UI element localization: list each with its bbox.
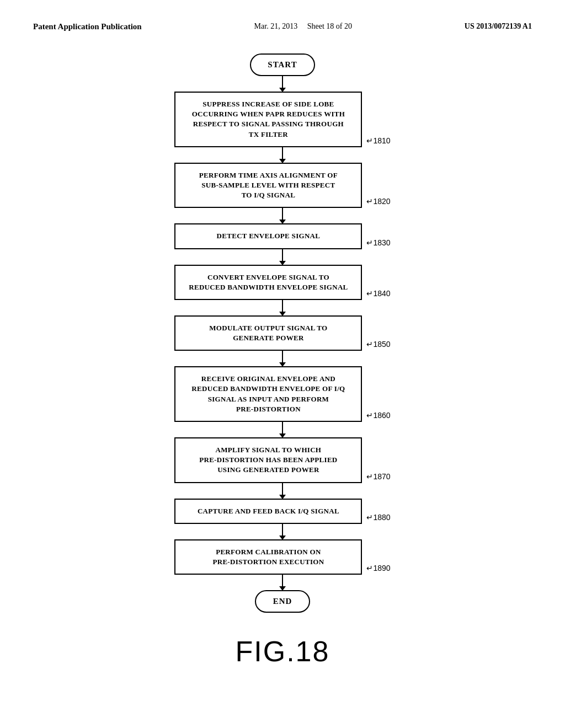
step-label-1880: ↵1880 [366, 513, 390, 522]
end-oval: END [255, 590, 310, 613]
arrow-3 [282, 249, 283, 265]
figure-caption: FIG.18 [236, 635, 330, 668]
arrow-9 [282, 575, 283, 590]
step-row-1880: CAPTURE AND FEED BACK I/Q SIGNAL ↵1880 [174, 499, 390, 524]
flow-wrapper: START SUPPRESS INCREASE OF SIDE LOBEOCCU… [174, 53, 390, 613]
publication-number: US 2013/0072139 A1 [465, 22, 532, 31]
arrow-0 [282, 76, 283, 92]
step-row-1860: RECEIVE ORIGINAL ENVELOPE ANDREDUCED BAN… [174, 366, 390, 422]
step-box-1850: MODULATE OUTPUT SIGNAL TOGENERATE POWER [174, 315, 362, 351]
step-label-1850: ↵1850 [366, 340, 390, 349]
step-label-1820: ↵1820 [366, 197, 390, 206]
arrow-7 [282, 483, 283, 499]
end-row: END [255, 590, 310, 613]
step-box-1870: AMPLIFY SIGNAL TO WHICHPRE-DISTORTION HA… [174, 437, 362, 483]
start-row: START [250, 53, 315, 76]
step-row-1850: MODULATE OUTPUT SIGNAL TOGENERATE POWER … [174, 315, 390, 351]
step-label-1860: ↵1860 [366, 411, 390, 420]
step-box-1810: SUPPRESS INCREASE OF SIDE LOBEOCCURRING … [174, 92, 362, 147]
arrow-1 [282, 147, 283, 163]
step-box-1890: PERFORM CALIBRATION ONPRE-DISTORTION EXE… [174, 539, 362, 575]
step-row-1810: SUPPRESS INCREASE OF SIDE LOBEOCCURRING … [174, 92, 390, 147]
arrow-6 [282, 422, 283, 437]
step-label-1830: ↵1830 [366, 238, 390, 247]
step-box-1880: CAPTURE AND FEED BACK I/Q SIGNAL [174, 499, 362, 524]
sheet-info: Sheet 18 of 20 [307, 22, 352, 30]
step-label-1840: ↵1840 [366, 289, 390, 298]
publication-date: Mar. 21, 2013 [254, 22, 298, 30]
step-row-1870: AMPLIFY SIGNAL TO WHICHPRE-DISTORTION HA… [174, 437, 390, 483]
start-label: START [268, 60, 297, 69]
start-oval: START [250, 53, 315, 76]
flowchart-diagram: START SUPPRESS INCREASE OF SIDE LOBEOCCU… [33, 53, 532, 668]
step-row-1820: PERFORM TIME AXIS ALIGNMENT OFSUB-SAMPLE… [174, 163, 390, 208]
publication-label: Patent Application Publication [33, 22, 142, 31]
step-box-1860: RECEIVE ORIGINAL ENVELOPE ANDREDUCED BAN… [174, 366, 362, 422]
step-label-1810: ↵1810 [366, 136, 390, 145]
arrow-5 [282, 351, 283, 366]
step-label-1890: ↵1890 [366, 564, 390, 572]
step-box-1820: PERFORM TIME AXIS ALIGNMENT OFSUB-SAMPLE… [174, 163, 362, 208]
step-row-1830: DETECT ENVELOPE SIGNAL ↵1830 [174, 223, 390, 249]
end-label: END [273, 597, 292, 606]
page-header: Patent Application Publication Mar. 21, … [33, 22, 532, 31]
publication-date-sheet: Mar. 21, 2013 Sheet 18 of 20 [254, 22, 352, 31]
step-row-1890: PERFORM CALIBRATION ONPRE-DISTORTION EXE… [174, 539, 390, 575]
arrow-2 [282, 208, 283, 223]
arrow-8 [282, 524, 283, 539]
step-label-1870: ↵1870 [366, 472, 390, 481]
step-box-1830: DETECT ENVELOPE SIGNAL [174, 223, 362, 249]
step-row-1840: CONVERT ENVELOPE SIGNAL TOREDUCED BANDWI… [174, 265, 390, 300]
page: Patent Application Publication Mar. 21, … [0, 0, 565, 728]
arrow-4 [282, 300, 283, 315]
step-box-1840: CONVERT ENVELOPE SIGNAL TOREDUCED BANDWI… [174, 265, 362, 300]
